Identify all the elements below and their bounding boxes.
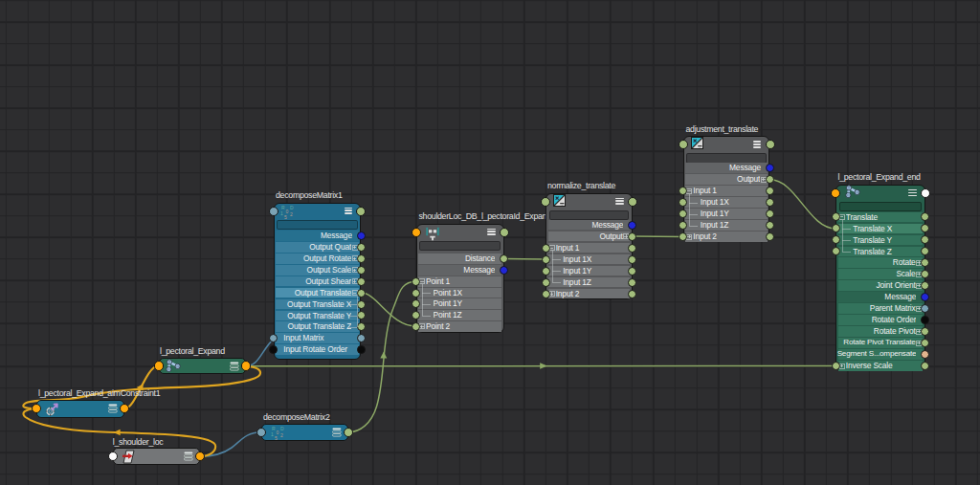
- svg-text:5: 5: [284, 214, 287, 220]
- svg-text:5: 5: [275, 435, 278, 441]
- svg-text:0: 0: [277, 430, 279, 435]
- svg-text:0: 0: [285, 208, 288, 213]
- svg-text:D: D: [290, 205, 294, 210]
- svg-text:2: 2: [280, 432, 283, 438]
- svg-text:1: 1: [271, 431, 274, 437]
- svg-text:D: D: [280, 426, 284, 431]
- svg-text:1: 1: [280, 210, 283, 216]
- svg-text:2: 2: [290, 211, 293, 217]
